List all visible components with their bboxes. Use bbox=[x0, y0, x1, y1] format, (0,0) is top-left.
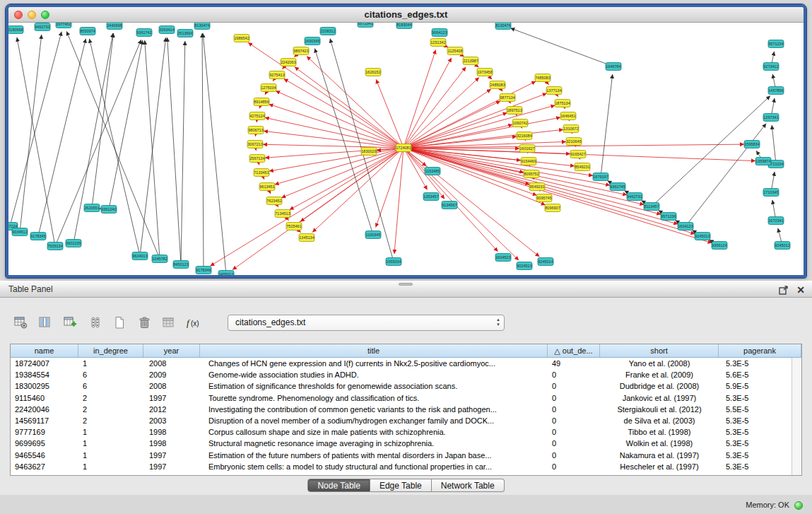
graph-node[interactable]: 9867423 bbox=[293, 47, 309, 55]
graph-node[interactable]: 3216084 bbox=[517, 132, 532, 140]
graph-node[interactable]: 1955034 bbox=[386, 258, 401, 266]
graph-edge[interactable] bbox=[17, 37, 55, 246]
graph-node[interactable]: 9095745 bbox=[536, 194, 552, 202]
graph-node[interactable]: 9462731 bbox=[627, 193, 642, 201]
graph-node[interactable]: 8130474 bbox=[194, 23, 210, 30]
graph-node[interactable]: 2567134 bbox=[249, 155, 265, 163]
graph-edge[interactable] bbox=[394, 148, 404, 254]
graph-node[interactable]: 9165427 bbox=[570, 151, 586, 158]
graph-node[interactable]: 9245012 bbox=[775, 242, 790, 250]
graph-node[interactable]: 2620651 bbox=[84, 204, 100, 212]
graph-edge[interactable] bbox=[263, 144, 404, 148]
graph-node[interactable]: 1345134 bbox=[299, 234, 314, 242]
graph-node[interactable]: 1595834 bbox=[744, 141, 760, 148]
column-header-5[interactable]: short bbox=[600, 344, 719, 357]
graph-edge[interactable] bbox=[404, 148, 498, 252]
graph-node[interactable]: 2440698 bbox=[107, 23, 122, 30]
graph-node[interactable]: 1679197 bbox=[593, 173, 608, 181]
graph-edge[interactable] bbox=[314, 48, 373, 235]
graph-node[interactable]: 7134513 bbox=[275, 210, 290, 218]
graph-node[interactable]: 7133451 bbox=[254, 169, 269, 177]
graph-node[interactable]: 4275124 bbox=[249, 112, 265, 120]
table-row[interactable]: 1456911722003Disruption of a novel membe… bbox=[11, 415, 801, 426]
panel-drag-handle[interactable] bbox=[399, 283, 413, 286]
graph-edge[interactable] bbox=[38, 39, 86, 236]
graph-edge[interactable] bbox=[10, 32, 61, 226]
graph-node[interactable]: 8130476 bbox=[495, 23, 511, 30]
table-row[interactable]: 2242004622012Investigating the contribut… bbox=[11, 404, 801, 415]
graph-node[interactable]: 9613451 bbox=[259, 183, 275, 191]
graph-edge[interactable] bbox=[167, 37, 181, 264]
table-scrollbar[interactable] bbox=[792, 358, 801, 475]
graph-node[interactable]: 9462733 bbox=[35, 23, 50, 31]
graph-node[interactable]: 9549231 bbox=[529, 183, 545, 191]
table-row[interactable]: 969969511998Structural magnetic resonanc… bbox=[11, 438, 801, 449]
table-row[interactable]: 946362711997Embryonic stem cells: a mode… bbox=[11, 461, 801, 472]
graph-node[interactable]: 1973458 bbox=[477, 69, 493, 76]
graph-node[interactable]: 1672341 bbox=[768, 217, 784, 225]
zoom-window-icon[interactable] bbox=[41, 11, 49, 19]
graph-edge[interactable] bbox=[140, 37, 166, 256]
graph-node[interactable]: 8914856 bbox=[254, 98, 269, 106]
graph-node[interactable]: 1897513 bbox=[507, 107, 522, 115]
minimize-window-icon[interactable] bbox=[28, 11, 36, 19]
graph-node[interactable]: 1153485 bbox=[425, 168, 440, 175]
graph-edge[interactable] bbox=[284, 78, 404, 148]
graph-node[interactable]: 9034512 bbox=[12, 228, 28, 236]
graph-node[interactable]: 1601627 bbox=[519, 145, 535, 153]
graph-node[interactable]: 2513694 bbox=[177, 30, 193, 37]
graph-node[interactable]: 1626152 bbox=[365, 69, 381, 76]
window-titlebar[interactable]: citations_edges.txt bbox=[8, 7, 804, 23]
graph-edge[interactable] bbox=[233, 148, 404, 270]
function-builder-icon[interactable]: f(x) bbox=[184, 313, 203, 332]
graph-node[interactable]: 1377134 bbox=[546, 87, 562, 95]
graph-node[interactable]: 7485083 bbox=[535, 74, 551, 82]
graph-node[interactable]: 8095752 bbox=[524, 170, 539, 178]
graph-node[interactable]: 9245013 bbox=[695, 233, 710, 240]
graph-node[interactable]: 9154469 bbox=[521, 158, 536, 165]
column-header-1[interactable]: in_degree bbox=[78, 344, 143, 357]
graph-node[interactable]: 1604123 bbox=[678, 223, 693, 230]
network-graph[interactable]: 2180698946273319774028550974244069893617… bbox=[8, 23, 804, 275]
graph-edge[interactable] bbox=[404, 148, 712, 243]
graph-node[interactable]: 9356124 bbox=[712, 242, 727, 250]
table-row[interactable]: 946554611997Estimation of the future num… bbox=[11, 450, 801, 461]
new-column-icon[interactable] bbox=[61, 313, 79, 332]
graph-node[interactable]: 7525461 bbox=[286, 223, 302, 230]
table-row[interactable]: 977716911998Corpus callosum shape and si… bbox=[11, 426, 801, 438]
graph-node[interactable]: 2242063 bbox=[281, 59, 296, 66]
graph-edge[interactable] bbox=[404, 81, 536, 148]
tab-edge-table[interactable]: Edge Table bbox=[370, 479, 432, 492]
table-row[interactable]: 1830029562008Estimation of significance … bbox=[11, 380, 801, 392]
graph-edge[interactable] bbox=[686, 124, 766, 226]
graph-node[interactable]: 9178346 bbox=[196, 267, 211, 274]
column-header-3[interactable]: title bbox=[200, 344, 548, 357]
column-header-2[interactable]: year bbox=[143, 344, 200, 357]
graph-node[interactable]: 8113457 bbox=[644, 203, 659, 211]
graph-node[interactable]: 1710345 bbox=[763, 189, 779, 197]
graph-node[interactable]: 1724081 bbox=[396, 144, 411, 152]
graph-node[interactable]: 9134567 bbox=[442, 201, 457, 209]
tab-node-table[interactable]: Node Table bbox=[307, 479, 370, 492]
graph-edge[interactable] bbox=[203, 33, 226, 274]
float-panel-icon[interactable] bbox=[779, 286, 788, 295]
table-row[interactable]: 911546021997Tourette syndrome. Phenomeno… bbox=[11, 392, 801, 404]
graph-node[interactable]: 1060742 bbox=[512, 119, 528, 127]
graph-node[interactable]: 9275413 bbox=[269, 71, 285, 79]
graph-node[interactable]: 3210645 bbox=[566, 138, 582, 146]
import-table-icon[interactable] bbox=[160, 313, 178, 332]
close-window-icon[interactable] bbox=[14, 11, 23, 19]
close-panel-icon[interactable]: ✕ bbox=[796, 284, 805, 296]
graph-edge[interactable] bbox=[772, 125, 776, 164]
graph-node[interactable]: 7623452 bbox=[266, 197, 282, 205]
graph-node[interactable]: 9361240 bbox=[101, 206, 117, 214]
graph-edge[interactable] bbox=[89, 39, 140, 256]
graph-node[interactable]: 9178345 bbox=[30, 233, 46, 240]
graph-node[interactable]: 2208312 bbox=[320, 28, 336, 35]
graph-edge[interactable] bbox=[269, 104, 404, 148]
graph-edge[interactable] bbox=[181, 41, 185, 264]
graph-edge[interactable] bbox=[269, 148, 404, 171]
graph-node[interactable]: 9273412 bbox=[763, 63, 779, 71]
column-header-6[interactable]: pagerank bbox=[719, 344, 801, 357]
graph-edge[interactable] bbox=[202, 33, 204, 270]
